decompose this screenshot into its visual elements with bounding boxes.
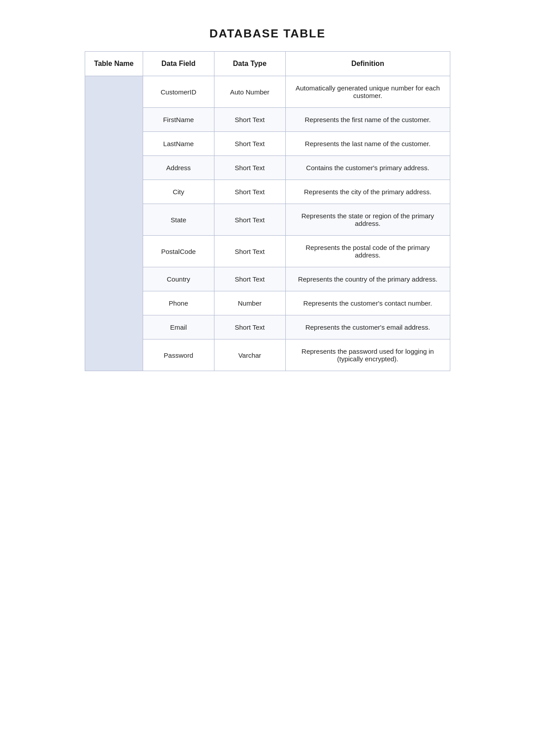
database-table: Table Name Data Field Data Type Definiti… [85,51,450,371]
page-title: DATABASE TABLE [85,27,450,41]
cell-data-type: Short Text [214,315,285,339]
cell-data-field: State [143,204,214,236]
cell-data-field: PostalCode [143,236,214,267]
cell-data-type: Short Text [214,132,285,156]
cell-data-type: Short Text [214,108,285,132]
cell-data-field: Address [143,156,214,180]
page-container: DATABASE TABLE Table Name Data Field Dat… [85,27,450,371]
cell-data-type: Short Text [214,267,285,291]
cell-data-field: FirstName [143,108,214,132]
cell-data-type: Short Text [214,236,285,267]
cell-definition: Represents the customer's contact number… [285,291,450,315]
cell-definition: Represents the postal code of the primar… [285,236,450,267]
cell-data-type: Short Text [214,156,285,180]
header-table-name: Table Name [85,52,143,76]
table-header-row: Table Name Data Field Data Type Definiti… [85,52,450,76]
header-data-field: Data Field [143,52,214,76]
cell-data-type: Short Text [214,204,285,236]
cell-data-type: Short Text [214,180,285,204]
cell-definition: Represents the city of the primary addre… [285,180,450,204]
cell-definition: Represents the first name of the custome… [285,108,450,132]
cell-definition: Represents the password used for logging… [285,339,450,371]
cell-definition: Automatically generated unique number fo… [285,76,450,108]
cell-definition: Contains the customer's primary address. [285,156,450,180]
cell-data-field: CustomerID [143,76,214,108]
cell-data-field: Phone [143,291,214,315]
cell-definition: Represents the customer's email address. [285,315,450,339]
cell-data-field: Email [143,315,214,339]
cell-definition: Represents the country of the primary ad… [285,267,450,291]
cell-data-field: Password [143,339,214,371]
header-data-type: Data Type [214,52,285,76]
cell-definition: Represents the state or region of the pr… [285,204,450,236]
cell-data-type: Auto Number [214,76,285,108]
header-definition: Definition [285,52,450,76]
table-body: CustomerIDAuto NumberAutomatically gener… [85,76,450,371]
table-row: CustomerIDAuto NumberAutomatically gener… [85,76,450,108]
cell-data-type: Number [214,291,285,315]
cell-data-field: Country [143,267,214,291]
table-name-cell [85,76,143,371]
cell-definition: Represents the last name of the customer… [285,132,450,156]
cell-data-field: City [143,180,214,204]
cell-data-type: Varchar [214,339,285,371]
cell-data-field: LastName [143,132,214,156]
